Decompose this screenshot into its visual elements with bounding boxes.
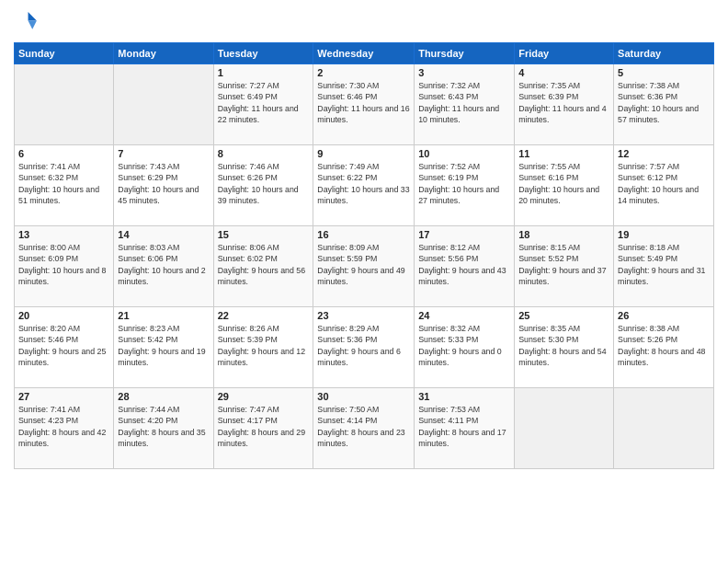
calendar-cell: 4Sunrise: 7:35 AM Sunset: 6:39 PM Daylig… [515, 64, 614, 145]
calendar-cell [114, 64, 213, 145]
day-info: Sunrise: 7:44 AM Sunset: 4:20 PM Dayligh… [118, 404, 209, 449]
day-number: 24 [418, 310, 510, 321]
day-info: Sunrise: 7:55 AM Sunset: 6:16 PM Dayligh… [518, 161, 609, 206]
day-number: 6 [18, 148, 109, 159]
weekday-header-saturday: Saturday [614, 43, 714, 64]
day-info: Sunrise: 8:29 AM Sunset: 5:36 PM Dayligh… [317, 323, 410, 368]
weekday-header-friday: Friday [515, 43, 614, 64]
calendar-cell: 11Sunrise: 7:55 AM Sunset: 6:16 PM Dayli… [515, 145, 614, 226]
calendar-cell: 3Sunrise: 7:32 AM Sunset: 6:43 PM Daylig… [415, 64, 515, 145]
weekday-header-sunday: Sunday [15, 43, 114, 64]
calendar-cell [614, 388, 714, 469]
day-number: 18 [518, 229, 609, 240]
day-info: Sunrise: 7:30 AM Sunset: 6:46 PM Dayligh… [317, 80, 410, 125]
day-number: 9 [317, 148, 410, 159]
day-info: Sunrise: 8:18 AM Sunset: 5:49 PM Dayligh… [618, 242, 710, 287]
day-info: Sunrise: 7:50 AM Sunset: 4:14 PM Dayligh… [317, 404, 410, 449]
day-number: 29 [218, 391, 310, 402]
day-number: 14 [118, 229, 209, 240]
day-number: 30 [317, 391, 410, 402]
weekday-header-monday: Monday [114, 43, 213, 64]
calendar-cell: 18Sunrise: 8:15 AM Sunset: 5:52 PM Dayli… [515, 226, 614, 307]
calendar-week-1: 1Sunrise: 7:27 AM Sunset: 6:49 PM Daylig… [15, 64, 714, 145]
calendar-cell: 28Sunrise: 7:44 AM Sunset: 4:20 PM Dayli… [114, 388, 213, 469]
day-number: 8 [218, 148, 310, 159]
day-number: 21 [118, 310, 209, 321]
day-info: Sunrise: 7:57 AM Sunset: 6:12 PM Dayligh… [618, 161, 710, 206]
page-header [14, 9, 714, 35]
day-info: Sunrise: 7:35 AM Sunset: 6:39 PM Dayligh… [518, 80, 609, 125]
day-number: 2 [317, 67, 410, 78]
day-info: Sunrise: 8:32 AM Sunset: 5:33 PM Dayligh… [418, 323, 510, 368]
calendar-cell: 6Sunrise: 7:41 AM Sunset: 6:32 PM Daylig… [15, 145, 114, 226]
logo [14, 9, 43, 35]
day-info: Sunrise: 7:41 AM Sunset: 4:23 PM Dayligh… [18, 404, 109, 449]
day-number: 27 [18, 391, 109, 402]
calendar-cell: 31Sunrise: 7:53 AM Sunset: 4:11 PM Dayli… [415, 388, 515, 469]
day-info: Sunrise: 7:32 AM Sunset: 6:43 PM Dayligh… [418, 80, 510, 125]
day-number: 31 [418, 391, 510, 402]
day-info: Sunrise: 7:38 AM Sunset: 6:36 PM Dayligh… [618, 80, 710, 125]
day-number: 12 [618, 148, 710, 159]
day-info: Sunrise: 8:23 AM Sunset: 5:42 PM Dayligh… [118, 323, 209, 368]
day-info: Sunrise: 7:43 AM Sunset: 6:29 PM Dayligh… [118, 161, 209, 206]
day-number: 3 [418, 67, 510, 78]
calendar-cell: 7Sunrise: 7:43 AM Sunset: 6:29 PM Daylig… [114, 145, 213, 226]
day-number: 16 [317, 229, 410, 240]
calendar-cell: 29Sunrise: 7:47 AM Sunset: 4:17 PM Dayli… [213, 388, 313, 469]
calendar-cell: 10Sunrise: 7:52 AM Sunset: 6:19 PM Dayli… [415, 145, 515, 226]
day-number: 22 [218, 310, 310, 321]
calendar-cell: 13Sunrise: 8:00 AM Sunset: 6:09 PM Dayli… [15, 226, 114, 307]
day-number: 26 [618, 310, 710, 321]
day-number: 5 [618, 67, 710, 78]
calendar-cell: 14Sunrise: 8:03 AM Sunset: 6:06 PM Dayli… [114, 226, 213, 307]
svg-marker-1 [28, 20, 37, 29]
day-info: Sunrise: 8:09 AM Sunset: 5:59 PM Dayligh… [317, 242, 410, 287]
day-number: 20 [18, 310, 109, 321]
day-info: Sunrise: 7:46 AM Sunset: 6:26 PM Dayligh… [218, 161, 310, 206]
day-info: Sunrise: 7:41 AM Sunset: 6:32 PM Dayligh… [18, 161, 109, 206]
day-number: 23 [317, 310, 410, 321]
weekday-header-tuesday: Tuesday [213, 43, 313, 64]
day-number: 13 [18, 229, 109, 240]
day-info: Sunrise: 7:27 AM Sunset: 6:49 PM Dayligh… [218, 80, 310, 125]
calendar-week-3: 13Sunrise: 8:00 AM Sunset: 6:09 PM Dayli… [15, 226, 714, 307]
calendar-cell: 21Sunrise: 8:23 AM Sunset: 5:42 PM Dayli… [114, 307, 213, 388]
svg-marker-0 [28, 12, 37, 20]
day-info: Sunrise: 7:49 AM Sunset: 6:22 PM Dayligh… [317, 161, 410, 206]
calendar-week-2: 6Sunrise: 7:41 AM Sunset: 6:32 PM Daylig… [15, 145, 714, 226]
day-info: Sunrise: 8:38 AM Sunset: 5:26 PM Dayligh… [618, 323, 710, 368]
day-number: 11 [518, 148, 609, 159]
calendar-cell: 1Sunrise: 7:27 AM Sunset: 6:49 PM Daylig… [213, 64, 313, 145]
day-info: Sunrise: 8:00 AM Sunset: 6:09 PM Dayligh… [18, 242, 109, 287]
day-number: 25 [518, 310, 609, 321]
day-number: 17 [418, 229, 510, 240]
logo-icon [14, 9, 40, 35]
calendar-cell: 22Sunrise: 8:26 AM Sunset: 5:39 PM Dayli… [213, 307, 313, 388]
calendar-cell [15, 64, 114, 145]
calendar-cell: 15Sunrise: 8:06 AM Sunset: 6:02 PM Dayli… [213, 226, 313, 307]
calendar-cell: 5Sunrise: 7:38 AM Sunset: 6:36 PM Daylig… [614, 64, 714, 145]
day-info: Sunrise: 8:20 AM Sunset: 5:46 PM Dayligh… [18, 323, 109, 368]
calendar-cell: 26Sunrise: 8:38 AM Sunset: 5:26 PM Dayli… [614, 307, 714, 388]
day-info: Sunrise: 8:26 AM Sunset: 5:39 PM Dayligh… [218, 323, 310, 368]
day-info: Sunrise: 8:06 AM Sunset: 6:02 PM Dayligh… [218, 242, 310, 287]
calendar-table: SundayMondayTuesdayWednesdayThursdayFrid… [14, 42, 714, 469]
weekday-header-row: SundayMondayTuesdayWednesdayThursdayFrid… [15, 43, 714, 64]
day-info: Sunrise: 7:52 AM Sunset: 6:19 PM Dayligh… [418, 161, 510, 206]
calendar-cell: 19Sunrise: 8:18 AM Sunset: 5:49 PM Dayli… [614, 226, 714, 307]
day-number: 10 [418, 148, 510, 159]
day-number: 4 [518, 67, 609, 78]
calendar-cell: 2Sunrise: 7:30 AM Sunset: 6:46 PM Daylig… [313, 64, 415, 145]
day-info: Sunrise: 7:53 AM Sunset: 4:11 PM Dayligh… [418, 404, 510, 449]
calendar-cell [515, 388, 614, 469]
day-number: 1 [218, 67, 310, 78]
day-info: Sunrise: 8:15 AM Sunset: 5:52 PM Dayligh… [518, 242, 609, 287]
calendar-cell: 17Sunrise: 8:12 AM Sunset: 5:56 PM Dayli… [415, 226, 515, 307]
calendar-week-5: 27Sunrise: 7:41 AM Sunset: 4:23 PM Dayli… [15, 388, 714, 469]
weekday-header-wednesday: Wednesday [313, 43, 415, 64]
day-info: Sunrise: 8:03 AM Sunset: 6:06 PM Dayligh… [118, 242, 209, 287]
calendar-cell: 12Sunrise: 7:57 AM Sunset: 6:12 PM Dayli… [614, 145, 714, 226]
day-number: 7 [118, 148, 209, 159]
day-info: Sunrise: 8:12 AM Sunset: 5:56 PM Dayligh… [418, 242, 510, 287]
